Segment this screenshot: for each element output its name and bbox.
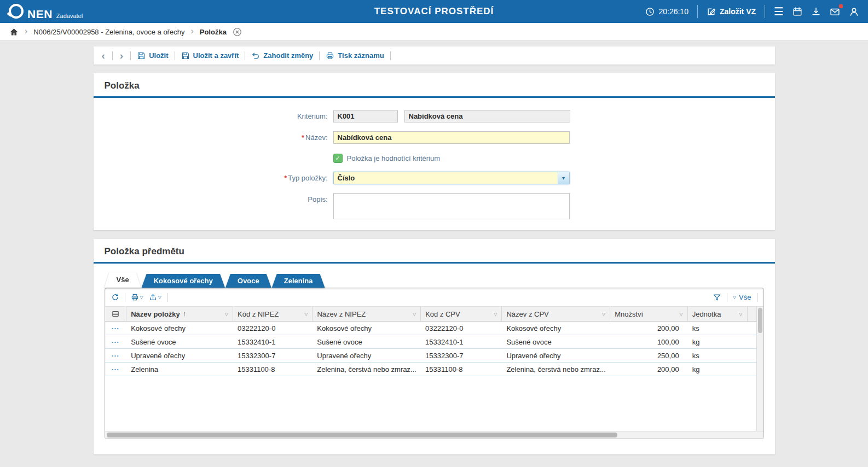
export-button[interactable]: ▽ — [149, 293, 161, 301]
criterion-code-field[interactable] — [333, 110, 398, 122]
filter-caret-icon[interactable]: ▽ — [678, 312, 683, 317]
type-select-dropdown-button[interactable]: ▾ — [558, 172, 569, 184]
criterion-label: Kritérium: — [94, 110, 333, 120]
cell-kod-nipez: 15332410-1 — [233, 338, 313, 346]
item-form: Kritérium: *Název: ✓ Položka je hodnotíc… — [94, 98, 775, 219]
is-criterion-checkbox[interactable]: ✓ — [333, 154, 343, 163]
tab-zelenina[interactable]: Zelenina — [272, 274, 325, 288]
app-logo[interactable]: NEN Zadavatel — [9, 4, 83, 20]
print-record-button[interactable]: Tisk záznamu — [326, 51, 384, 60]
column-header-nazev-z-cpv[interactable]: Název z CPV ▽ — [502, 307, 610, 321]
grid-view-filter-label: Vše — [739, 293, 751, 301]
divider — [112, 51, 113, 60]
table-row[interactable]: ••• Sušené ovoce 15332410-1 Sušené ovoce… — [105, 335, 756, 349]
mail-icon — [830, 7, 840, 17]
cell-jednotka: ks — [688, 352, 748, 360]
save-and-close-button[interactable]: Uložit a zavřít — [181, 51, 239, 60]
tab-ovoce[interactable]: Ovoce — [225, 274, 271, 288]
cell-nazev-cpv: Kokosové ořechy — [502, 324, 610, 332]
cell-jednotka: kg — [688, 365, 748, 373]
filter-caret-icon[interactable]: ▽ — [410, 312, 416, 317]
row-menu-button[interactable]: ••• — [105, 353, 127, 358]
table-area: Název položky ↑ ▽ Kód z NIPEZ ▽ Název z … — [105, 307, 763, 431]
type-select[interactable]: Číslo ▾ — [333, 172, 570, 184]
environment-title: TESTOVACÍ PROSTŘEDÍ — [374, 6, 494, 17]
table-row[interactable]: ••• Kokosové ořechy 03222120-0 Kokosové … — [105, 322, 756, 335]
column-chooser-button[interactable] — [105, 307, 127, 321]
criterion-name-field[interactable] — [404, 110, 570, 122]
cell-nazev-nipez: Kokosové ořechy — [313, 324, 421, 332]
app-role-label: Zadavatel — [56, 13, 83, 19]
home-button[interactable] — [9, 27, 19, 37]
required-marker: * — [302, 133, 304, 142]
row-menu-button[interactable]: ••• — [105, 326, 127, 331]
column-header-kod-z-cpv[interactable]: Kód z CPV ▽ — [421, 307, 502, 321]
horizontal-scrollbar[interactable] — [105, 431, 763, 439]
calendar-icon — [792, 7, 802, 16]
refresh-button[interactable] — [111, 293, 119, 301]
is-criterion-row: ✓ Položka je hodnotící kritérium — [94, 153, 775, 163]
table-row[interactable]: ••• Upravené ořechy 15332300-7 Upravené … — [105, 349, 756, 363]
column-header-nazev-polozky[interactable]: Název položky ↑ ▽ — [126, 307, 233, 321]
cell-nazev-nipez: Sušené ovoce — [313, 338, 421, 346]
empty-rows-area — [105, 376, 756, 431]
filter-caret-icon[interactable]: ▽ — [737, 312, 742, 317]
calendar-button[interactable] — [792, 7, 802, 16]
description-textarea[interactable] — [333, 193, 570, 219]
printer-icon — [131, 293, 139, 301]
tab-kokosove-orechy[interactable]: Kokosové ořechy — [142, 274, 225, 288]
cell-nazev: Zelenina — [126, 365, 233, 373]
nav-back-button[interactable]: ‹ — [101, 50, 106, 61]
vertical-scrollbar[interactable] — [756, 307, 763, 431]
current-time: 20:26:10 — [658, 7, 688, 16]
horizontal-scrollbar-thumb[interactable] — [107, 433, 618, 437]
filter-caret-icon[interactable]: ▽ — [223, 312, 228, 317]
divider — [125, 293, 125, 302]
name-field[interactable] — [333, 131, 570, 144]
home-icon — [9, 27, 19, 37]
cell-mnozstvi: 250,00 — [610, 352, 688, 360]
filter-caret-icon[interactable]: ▽ — [491, 312, 497, 317]
discard-changes-button[interactable]: Zahodit změny — [251, 51, 313, 60]
filter-caret-icon[interactable]: ▽ — [600, 312, 605, 317]
divider — [390, 51, 391, 60]
menu-button[interactable]: ☰ — [774, 6, 784, 17]
filter-caret-icon[interactable]: ▽ — [302, 312, 308, 317]
create-vz-button[interactable]: Založit VZ — [707, 7, 756, 16]
grid-view-filter-dropdown[interactable]: ▽ Vše — [733, 293, 751, 301]
column-header-jednotka[interactable]: Jednotka ▽ — [688, 307, 748, 321]
close-tab-button[interactable] — [233, 27, 242, 37]
type-label: *Typ položky: — [94, 172, 333, 182]
chevron-down-icon: ▽ — [158, 295, 161, 300]
nav-forward-button[interactable]: › — [119, 50, 124, 61]
save-button[interactable]: Uložit — [137, 51, 168, 60]
column-header-kod-z-nipez[interactable]: Kód z NIPEZ ▽ — [233, 307, 313, 321]
clock-icon — [645, 7, 655, 16]
chevron-right-icon: › — [190, 27, 193, 36]
row-menu-button[interactable]: ••• — [105, 367, 127, 372]
sort-asc-icon: ↑ — [183, 310, 186, 318]
messages-button[interactable] — [830, 7, 840, 17]
user-icon — [849, 7, 859, 17]
vertical-scrollbar-thumb[interactable] — [758, 308, 762, 333]
row-menu-button[interactable]: ••• — [105, 340, 127, 345]
record-toolbar: ‹ › Uložit Uložit a zavřít Zahodit změny — [94, 46, 775, 65]
type-select-value: Číslo — [334, 174, 558, 182]
divider — [757, 293, 757, 302]
download-button[interactable] — [811, 7, 821, 16]
profile-button[interactable] — [849, 7, 859, 17]
cell-jednotka: kg — [688, 338, 748, 346]
divider — [245, 51, 245, 60]
table-row[interactable]: ••• Zelenina 15331100-8 Zelenina, čerstv… — [105, 363, 756, 376]
tab-vse[interactable]: Vše — [105, 272, 141, 288]
nen-logo-icon — [9, 4, 24, 19]
divider — [175, 51, 175, 60]
subject-panel-title: Položka předmětu — [94, 239, 775, 264]
column-header-nazev-z-nipez[interactable]: Název z NIPEZ ▽ — [313, 307, 421, 321]
breadcrumb: › N006/25/V00002958 - Zelenina, ovoce a … — [0, 23, 868, 41]
filter-button[interactable] — [713, 293, 721, 302]
breadcrumb-item-procurement[interactable]: N006/25/V00002958 - Zelenina, ovoce a oř… — [33, 28, 184, 36]
save-icon — [137, 51, 146, 60]
column-header-mnozstvi[interactable]: Množství ▽ — [610, 307, 687, 321]
grid-print-button[interactable]: ▽ — [131, 293, 143, 301]
